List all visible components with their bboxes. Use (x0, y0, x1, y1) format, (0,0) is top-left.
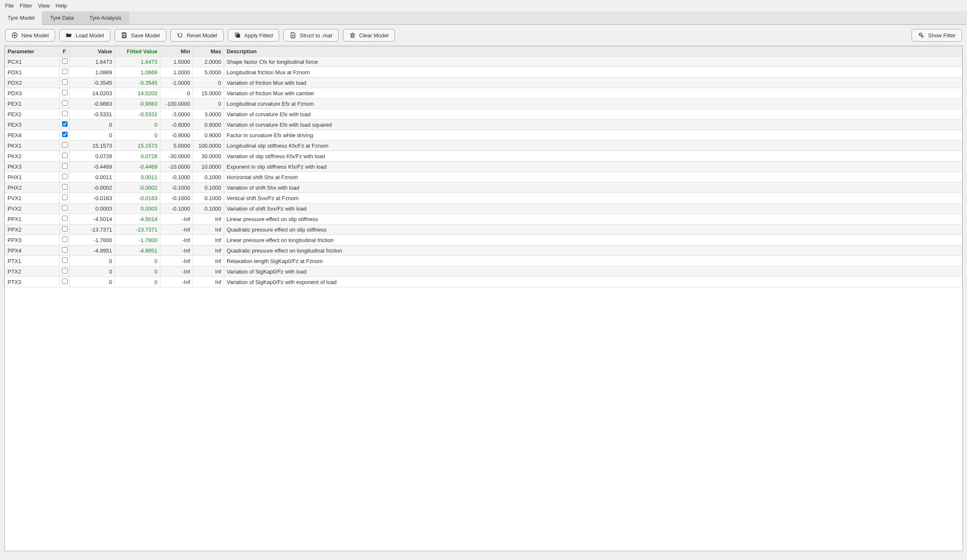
cell-min[interactable]: -3.0000 (160, 109, 193, 120)
cell-value[interactable]: -1.7800 (70, 235, 115, 245)
cell-fitted[interactable]: -0.3545 (115, 78, 160, 88)
cell-min[interactable]: -0.6000 (160, 120, 193, 130)
cell-max[interactable]: 0.1000 (193, 203, 224, 214)
cell-fitted[interactable]: -1.7800 (115, 235, 160, 245)
cell-max[interactable]: Inf (193, 235, 224, 245)
cell-fitted[interactable]: 0 (115, 120, 160, 130)
cell-description[interactable]: Vertical shift Svx/Fz at Fznom (224, 193, 962, 203)
cell-description[interactable]: Quadratic pressure effect on slip stiffn… (224, 224, 962, 235)
cell-parameter[interactable]: PKX1 (5, 141, 60, 151)
new-model-button[interactable]: New Model (5, 29, 55, 42)
fixed-checkbox[interactable] (62, 237, 68, 242)
cell-fitted[interactable]: -0.0163 (115, 193, 160, 203)
table-row[interactable]: PEX2-0.5331-0.5331-3.00003.0000Variation… (5, 109, 962, 120)
cell-fitted[interactable]: 1.0869 (115, 67, 160, 78)
cell-fitted[interactable]: 14.0203 (115, 88, 160, 99)
cell-description[interactable]: Quadratic pressure effect on longitudina… (224, 245, 962, 256)
cell-value[interactable]: -0.9883 (70, 99, 115, 109)
menu-fitter[interactable]: Fitter (18, 2, 34, 10)
col-f[interactable]: F (60, 47, 70, 57)
cell-description[interactable]: Variation of curvature Efx with load squ… (224, 120, 962, 130)
cell-description[interactable]: Factor in curvature Efx while driving (224, 130, 962, 141)
cell-description[interactable]: Variation of curvature Efx with load (224, 109, 962, 120)
cell-min[interactable]: 1.5000 (160, 57, 193, 67)
cell-fitted[interactable]: -0.0002 (115, 182, 160, 193)
table-row[interactable]: PKX115.157315.15735.0000100.0000Longitud… (5, 141, 962, 151)
cell-fitted[interactable]: 15.1573 (115, 141, 160, 151)
cell-max[interactable]: 0.6000 (193, 120, 224, 130)
cell-max[interactable]: 0 (193, 99, 224, 109)
show-fitter-button[interactable]: Show Fitter (912, 29, 962, 42)
cell-description[interactable]: Linear pressure effect on slip stiffness (224, 214, 962, 224)
cell-description[interactable]: Variation of SigKap0/Fz with load (224, 266, 962, 277)
cell-value[interactable]: -0.4469 (70, 161, 115, 172)
cell-min[interactable]: -Inf (160, 235, 193, 245)
cell-fitted[interactable]: -4.5014 (115, 214, 160, 224)
save-model-button[interactable]: Save Model (115, 29, 166, 42)
cell-min[interactable]: -1.0000 (160, 78, 193, 88)
cell-fitted[interactable]: -4.9951 (115, 245, 160, 256)
cell-value[interactable]: 0 (70, 277, 115, 287)
tab-tyre-model[interactable]: Tyre Model (0, 11, 42, 25)
cell-min[interactable]: 0 (160, 88, 193, 99)
cell-max[interactable]: 0 (193, 78, 224, 88)
cell-max[interactable]: Inf (193, 245, 224, 256)
cell-fitted[interactable]: 0.0003 (115, 203, 160, 214)
fixed-checkbox[interactable] (62, 226, 68, 232)
cell-fitted[interactable]: -13.7371 (115, 224, 160, 235)
cell-description[interactable]: Variation of friction Mux with camber (224, 88, 962, 99)
cell-value[interactable]: 1.6473 (70, 57, 115, 67)
cell-value[interactable]: 0 (70, 266, 115, 277)
fixed-checkbox[interactable] (62, 111, 68, 116)
cell-value[interactable]: -13.7371 (70, 224, 115, 235)
cell-parameter[interactable]: PTX3 (5, 277, 60, 287)
fixed-checkbox[interactable] (62, 268, 68, 273)
cell-max[interactable]: Inf (193, 214, 224, 224)
table-row[interactable]: PPX4-4.9951-4.9951-InfInfQuadratic press… (5, 245, 962, 256)
cell-min[interactable]: -Inf (160, 224, 193, 235)
tab-tyre-data[interactable]: Tyre Data (42, 11, 81, 24)
fixed-checkbox[interactable] (62, 142, 68, 148)
fixed-checkbox[interactable] (62, 247, 68, 253)
struct-to-mat-button[interactable]: Struct to .mat (283, 29, 338, 42)
cell-min[interactable]: 5.0000 (160, 141, 193, 151)
fixed-checkbox[interactable] (62, 90, 68, 95)
cell-min[interactable]: -0.1000 (160, 172, 193, 182)
cell-fitted[interactable]: -0.4469 (115, 161, 160, 172)
cell-description[interactable]: Longitudinal friction Mux at Fznom (224, 67, 962, 78)
cell-parameter[interactable]: PHX1 (5, 172, 60, 182)
cell-max[interactable]: Inf (193, 256, 224, 266)
cell-max[interactable]: 0.9000 (193, 130, 224, 141)
cell-value[interactable]: -0.0163 (70, 193, 115, 203)
cell-max[interactable]: Inf (193, 224, 224, 235)
table-row[interactable]: PKX20.07280.0728-30.000030.0000Variation… (5, 151, 962, 161)
cell-value[interactable]: 0 (70, 256, 115, 266)
table-row[interactable]: PVX20.00030.0003-0.10000.1000Variation o… (5, 203, 962, 214)
table-row[interactable]: PPX3-1.7800-1.7800-InfInfLinear pressure… (5, 235, 962, 245)
cell-parameter[interactable]: PKX3 (5, 161, 60, 172)
col-min[interactable]: Min (160, 47, 193, 57)
cell-parameter[interactable]: PPX3 (5, 235, 60, 245)
cell-min[interactable]: -Inf (160, 277, 193, 287)
cell-max[interactable]: 0.1000 (193, 182, 224, 193)
cell-value[interactable]: -0.5331 (70, 109, 115, 120)
cell-fitted[interactable]: 1.6473 (115, 57, 160, 67)
cell-parameter[interactable]: PVX2 (5, 203, 60, 214)
cell-fitted[interactable]: 0.0011 (115, 172, 160, 182)
menu-file[interactable]: File (3, 2, 16, 10)
fixed-checkbox[interactable] (62, 258, 68, 263)
cell-min[interactable]: -30.0000 (160, 151, 193, 161)
table-row[interactable]: PPX2-13.7371-13.7371-InfInfQuadratic pre… (5, 224, 962, 235)
cell-value[interactable]: 0 (70, 120, 115, 130)
cell-value[interactable]: -0.3545 (70, 78, 115, 88)
fixed-checkbox[interactable] (62, 195, 68, 200)
table-row[interactable]: PEX1-0.9883-0.9883-100.00000Longitudinal… (5, 99, 962, 109)
table-row[interactable]: PDX2-0.3545-0.3545-1.00000Variation of f… (5, 78, 962, 88)
cell-min[interactable]: -0.9000 (160, 130, 193, 141)
tab-tyre-analysis[interactable]: Tyre Analysis (82, 11, 130, 24)
fixed-checkbox[interactable] (62, 205, 68, 211)
apply-fitted-button[interactable]: Apply Fitted (228, 29, 280, 42)
cell-parameter[interactable]: PCX1 (5, 57, 60, 67)
cell-fitted[interactable]: -0.5331 (115, 109, 160, 120)
cell-description[interactable]: Longitudinal curvature Efx at Fznom (224, 99, 962, 109)
